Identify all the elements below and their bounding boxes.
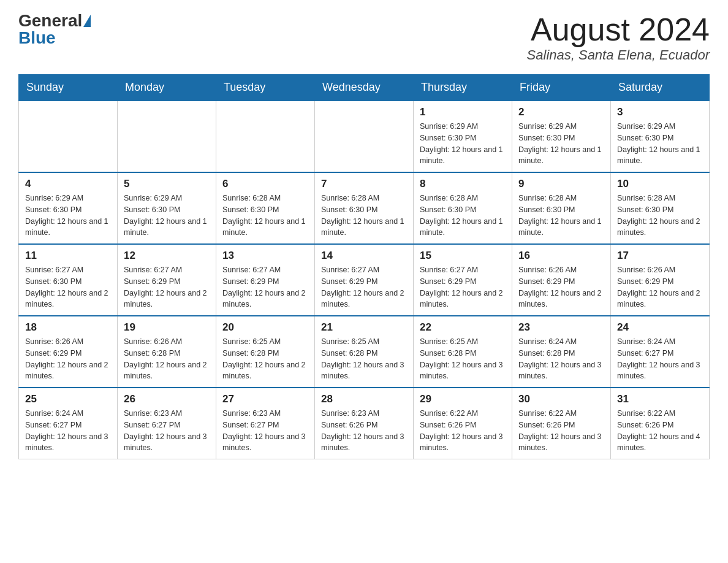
day-number: 11 <box>25 250 111 262</box>
day-info: Sunrise: 6:26 AMSunset: 6:29 PMDaylight:… <box>617 264 703 310</box>
day-number: 28 <box>321 393 407 405</box>
calendar-cell: 16Sunrise: 6:26 AMSunset: 6:29 PMDayligh… <box>512 244 611 316</box>
calendar-cell <box>118 101 216 172</box>
calendar-cell: 2Sunrise: 6:29 AMSunset: 6:30 PMDaylight… <box>512 101 611 172</box>
day-info: Sunrise: 6:29 AMSunset: 6:30 PMDaylight:… <box>25 193 111 239</box>
calendar-cell: 24Sunrise: 6:24 AMSunset: 6:27 PMDayligh… <box>611 316 710 388</box>
location-subtitle: Salinas, Santa Elena, Ecuador <box>527 47 710 63</box>
calendar-cell: 30Sunrise: 6:22 AMSunset: 6:26 PMDayligh… <box>512 388 611 459</box>
day-info: Sunrise: 6:26 AMSunset: 6:29 PMDaylight:… <box>25 336 111 382</box>
day-info: Sunrise: 6:28 AMSunset: 6:30 PMDaylight:… <box>518 193 604 239</box>
calendar-cell: 5Sunrise: 6:29 AMSunset: 6:30 PMDaylight… <box>118 172 216 244</box>
calendar-header-row: SundayMondayTuesdayWednesdayThursdayFrid… <box>19 75 710 101</box>
day-number: 19 <box>124 321 210 334</box>
day-info: Sunrise: 6:26 AMSunset: 6:29 PMDaylight:… <box>518 264 604 310</box>
week-row-3: 11Sunrise: 6:27 AMSunset: 6:30 PMDayligh… <box>19 244 710 316</box>
calendar-cell: 4Sunrise: 6:29 AMSunset: 6:30 PMDaylight… <box>19 172 118 244</box>
week-row-2: 4Sunrise: 6:29 AMSunset: 6:30 PMDaylight… <box>19 172 710 244</box>
day-number: 1 <box>420 106 506 118</box>
calendar-cell <box>19 101 118 172</box>
week-row-1: 1Sunrise: 6:29 AMSunset: 6:30 PMDaylight… <box>19 101 710 172</box>
calendar-cell: 17Sunrise: 6:26 AMSunset: 6:29 PMDayligh… <box>611 244 710 316</box>
title-section: August 2024 Salinas, Santa Elena, Ecuado… <box>527 12 710 63</box>
day-number: 22 <box>420 321 506 334</box>
calendar-cell: 10Sunrise: 6:28 AMSunset: 6:30 PMDayligh… <box>611 172 710 244</box>
day-info: Sunrise: 6:29 AMSunset: 6:30 PMDaylight:… <box>420 121 506 167</box>
logo-general-text: General <box>18 12 82 29</box>
day-info: Sunrise: 6:29 AMSunset: 6:30 PMDaylight:… <box>124 193 210 239</box>
day-info: Sunrise: 6:25 AMSunset: 6:28 PMDaylight:… <box>222 336 308 382</box>
logo-blue-text: Blue <box>18 29 56 47</box>
week-row-4: 18Sunrise: 6:26 AMSunset: 6:29 PMDayligh… <box>19 316 710 388</box>
month-title: August 2024 <box>527 12 710 47</box>
day-number: 18 <box>25 321 111 334</box>
day-number: 17 <box>617 250 703 262</box>
calendar-cell: 26Sunrise: 6:23 AMSunset: 6:27 PMDayligh… <box>118 388 216 459</box>
page-header: General Blue August 2024 Salinas, Santa … <box>18 12 710 63</box>
calendar-cell: 13Sunrise: 6:27 AMSunset: 6:29 PMDayligh… <box>216 244 315 316</box>
day-number: 14 <box>321 250 407 262</box>
day-number: 23 <box>518 321 604 334</box>
day-number: 2 <box>518 106 604 118</box>
day-number: 20 <box>222 321 308 334</box>
day-number: 27 <box>222 393 308 405</box>
day-number: 15 <box>420 250 506 262</box>
day-info: Sunrise: 6:27 AMSunset: 6:29 PMDaylight:… <box>420 264 506 310</box>
day-number: 13 <box>222 250 308 262</box>
day-number: 21 <box>321 321 407 334</box>
calendar-header-thursday: Thursday <box>414 75 512 101</box>
calendar-cell: 23Sunrise: 6:24 AMSunset: 6:28 PMDayligh… <box>512 316 611 388</box>
day-info: Sunrise: 6:22 AMSunset: 6:26 PMDaylight:… <box>518 408 604 454</box>
calendar-cell: 19Sunrise: 6:26 AMSunset: 6:28 PMDayligh… <box>118 316 216 388</box>
day-number: 25 <box>25 393 111 405</box>
day-number: 16 <box>518 250 604 262</box>
calendar-cell: 21Sunrise: 6:25 AMSunset: 6:28 PMDayligh… <box>315 316 414 388</box>
calendar-cell: 20Sunrise: 6:25 AMSunset: 6:28 PMDayligh… <box>216 316 315 388</box>
day-number: 3 <box>617 106 703 118</box>
day-info: Sunrise: 6:28 AMSunset: 6:30 PMDaylight:… <box>321 193 407 239</box>
week-row-5: 25Sunrise: 6:24 AMSunset: 6:27 PMDayligh… <box>19 388 710 459</box>
day-info: Sunrise: 6:29 AMSunset: 6:30 PMDaylight:… <box>617 121 703 167</box>
calendar-cell: 25Sunrise: 6:24 AMSunset: 6:27 PMDayligh… <box>19 388 118 459</box>
calendar-cell: 22Sunrise: 6:25 AMSunset: 6:28 PMDayligh… <box>414 316 512 388</box>
calendar-header-friday: Friday <box>512 75 611 101</box>
day-number: 4 <box>25 178 111 190</box>
day-info: Sunrise: 6:28 AMSunset: 6:30 PMDaylight:… <box>222 193 308 239</box>
day-info: Sunrise: 6:28 AMSunset: 6:30 PMDaylight:… <box>420 193 506 239</box>
day-info: Sunrise: 6:24 AMSunset: 6:28 PMDaylight:… <box>518 336 604 382</box>
day-info: Sunrise: 6:23 AMSunset: 6:27 PMDaylight:… <box>222 408 308 454</box>
day-number: 26 <box>124 393 210 405</box>
day-info: Sunrise: 6:25 AMSunset: 6:28 PMDaylight:… <box>321 336 407 382</box>
day-number: 9 <box>518 178 604 190</box>
calendar-header-saturday: Saturday <box>611 75 710 101</box>
calendar-cell: 11Sunrise: 6:27 AMSunset: 6:30 PMDayligh… <box>19 244 118 316</box>
day-number: 31 <box>617 393 703 405</box>
day-info: Sunrise: 6:23 AMSunset: 6:26 PMDaylight:… <box>321 408 407 454</box>
day-info: Sunrise: 6:23 AMSunset: 6:27 PMDaylight:… <box>124 408 210 454</box>
day-number: 8 <box>420 178 506 190</box>
logo-triangle-icon <box>83 15 91 27</box>
day-info: Sunrise: 6:29 AMSunset: 6:30 PMDaylight:… <box>518 121 604 167</box>
calendar-header-tuesday: Tuesday <box>216 75 315 101</box>
calendar-header-monday: Monday <box>118 75 216 101</box>
day-number: 7 <box>321 178 407 190</box>
day-info: Sunrise: 6:26 AMSunset: 6:28 PMDaylight:… <box>124 336 210 382</box>
day-info: Sunrise: 6:27 AMSunset: 6:29 PMDaylight:… <box>222 264 308 310</box>
calendar-table: SundayMondayTuesdayWednesdayThursdayFrid… <box>18 74 710 459</box>
day-number: 29 <box>420 393 506 405</box>
calendar-cell: 1Sunrise: 6:29 AMSunset: 6:30 PMDaylight… <box>414 101 512 172</box>
calendar-cell: 6Sunrise: 6:28 AMSunset: 6:30 PMDaylight… <box>216 172 315 244</box>
calendar-cell <box>315 101 414 172</box>
calendar-cell: 27Sunrise: 6:23 AMSunset: 6:27 PMDayligh… <box>216 388 315 459</box>
calendar-cell <box>216 101 315 172</box>
day-info: Sunrise: 6:24 AMSunset: 6:27 PMDaylight:… <box>25 408 111 454</box>
day-info: Sunrise: 6:27 AMSunset: 6:30 PMDaylight:… <box>25 264 111 310</box>
calendar-cell: 29Sunrise: 6:22 AMSunset: 6:26 PMDayligh… <box>414 388 512 459</box>
day-info: Sunrise: 6:28 AMSunset: 6:30 PMDaylight:… <box>617 193 703 239</box>
day-number: 5 <box>124 178 210 190</box>
calendar-cell: 28Sunrise: 6:23 AMSunset: 6:26 PMDayligh… <box>315 388 414 459</box>
calendar-cell: 7Sunrise: 6:28 AMSunset: 6:30 PMDaylight… <box>315 172 414 244</box>
day-info: Sunrise: 6:25 AMSunset: 6:28 PMDaylight:… <box>420 336 506 382</box>
day-info: Sunrise: 6:27 AMSunset: 6:29 PMDaylight:… <box>321 264 407 310</box>
day-info: Sunrise: 6:27 AMSunset: 6:29 PMDaylight:… <box>124 264 210 310</box>
